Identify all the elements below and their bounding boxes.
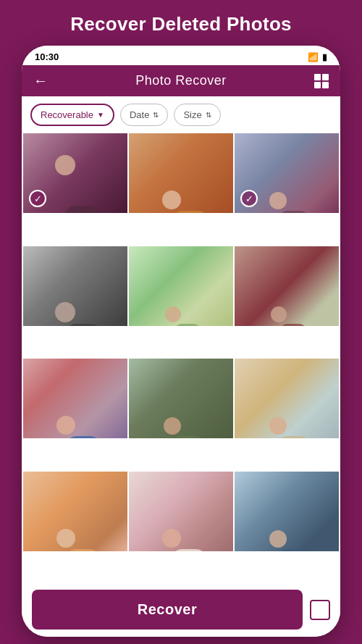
photo-cell[interactable] xyxy=(235,246,339,326)
recoverable-filter[interactable]: Recoverable ▼ xyxy=(30,104,114,126)
photo-cell[interactable] xyxy=(23,246,127,326)
filter-bar: Recoverable ▼ Date ⇅ Size ⇅ xyxy=(22,96,340,133)
date-label: Date xyxy=(130,109,149,120)
dropdown-arrow-icon: ▼ xyxy=(97,111,104,119)
bottom-bar: Recover xyxy=(22,582,340,637)
photo-cell[interactable]: ✓ xyxy=(235,133,339,213)
photo-cell[interactable] xyxy=(235,359,339,438)
status-icons: 📶 ▮ xyxy=(308,52,327,62)
photo-cell[interactable] xyxy=(129,246,233,326)
app-bar-title: Photo Recover xyxy=(135,73,227,88)
recoverable-label: Recoverable xyxy=(41,109,93,120)
wifi-icon: 📶 xyxy=(308,52,319,62)
date-filter[interactable]: Date ⇅ xyxy=(120,104,168,126)
status-time: 10:30 xyxy=(35,51,59,62)
photo-cell[interactable] xyxy=(129,133,233,213)
photo-grid: ✓ ✓ xyxy=(22,133,340,582)
page-title: Recover Deleted Photos xyxy=(56,0,306,46)
size-label: Size xyxy=(183,109,201,120)
size-filter[interactable]: Size ⇅ xyxy=(174,104,220,126)
photo-cell[interactable] xyxy=(23,359,127,438)
photo-cell[interactable] xyxy=(235,472,339,551)
photo-cell[interactable] xyxy=(129,359,233,438)
check-icon: ✓ xyxy=(240,190,258,207)
check-icon: ✓ xyxy=(29,190,46,207)
sort-size-icon: ⇅ xyxy=(206,111,211,119)
grid-view-icon[interactable] xyxy=(314,74,329,88)
phone-frame: 10:30 📶 ▮ ← Photo Recover Recoverable ▼ … xyxy=(22,46,340,637)
photo-cell[interactable] xyxy=(129,472,233,551)
photo-cell[interactable] xyxy=(23,472,127,551)
sort-icon: ⇅ xyxy=(153,111,159,119)
recover-button[interactable]: Recover xyxy=(32,590,303,630)
photo-cell[interactable]: ✓ xyxy=(23,133,127,213)
back-button[interactable]: ← xyxy=(33,72,48,89)
status-bar: 10:30 📶 ▮ xyxy=(22,46,340,65)
battery-icon: ▮ xyxy=(322,52,327,62)
select-all-checkbox[interactable] xyxy=(310,600,330,620)
app-bar: ← Photo Recover xyxy=(22,65,340,96)
